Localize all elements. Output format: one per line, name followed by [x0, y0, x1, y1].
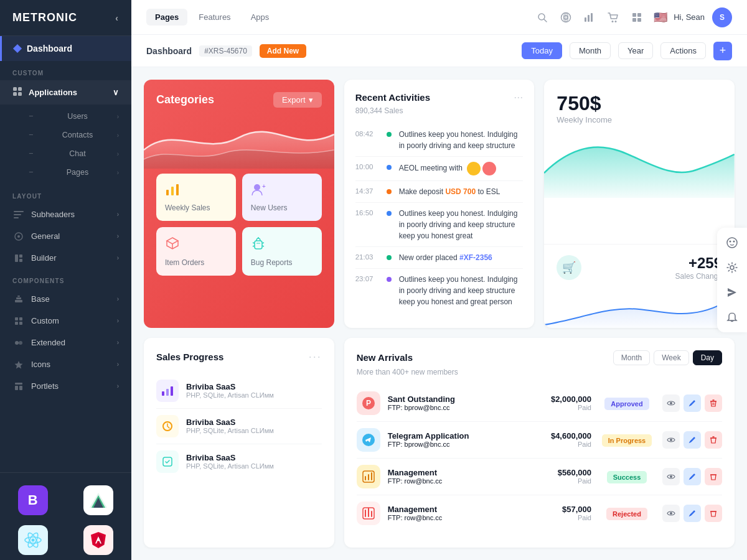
edit-action-1[interactable]: [684, 394, 701, 412]
add-widget-button[interactable]: +: [713, 42, 732, 60]
svg-marker-56: [167, 238, 178, 244]
progress-menu-icon[interactable]: ···: [309, 350, 322, 363]
angular-logo[interactable]: [66, 520, 132, 560]
item-orders-card[interactable]: Item Orders: [156, 227, 236, 276]
svg-rect-51: [166, 190, 169, 195]
sidebar-collapse-icon[interactable]: ‹: [115, 13, 119, 23]
edit-action-2[interactable]: [684, 431, 701, 449]
tab-apps[interactable]: Apps: [242, 9, 278, 26]
right-notification-icon[interactable]: [722, 307, 742, 327]
delete-action-3[interactable]: [705, 468, 722, 485]
grid-button[interactable]: [626, 7, 647, 28]
activity-dot-2: [387, 165, 392, 170]
bug-reports-card[interactable]: Bug Reports: [242, 227, 322, 276]
svg-rect-49: [632, 18, 636, 22]
sidebar-item-icons[interactable]: Icons ›: [0, 353, 131, 375]
portlets-icon: [12, 382, 25, 391]
view-action-3[interactable]: [662, 468, 680, 485]
arrival-paid-3: Paid: [535, 477, 591, 485]
search-button[interactable]: [532, 7, 553, 28]
delete-action-2[interactable]: [705, 431, 722, 449]
builder-chevron-icon: ›: [117, 254, 119, 261]
activities-menu-icon[interactable]: ···: [514, 91, 523, 104]
arrivals-week-tab[interactable]: Week: [654, 350, 688, 365]
view-action-4[interactable]: [662, 505, 680, 522]
bootstrap-logo[interactable]: B: [0, 480, 66, 520]
sidebar-item-contacts[interactable]: Contacts ›: [0, 126, 131, 144]
arrivals-month-tab[interactable]: Month: [613, 350, 650, 365]
edit-action-3[interactable]: [684, 468, 701, 485]
view-action-2[interactable]: [662, 431, 680, 449]
subcards-grid: Weekly Sales + New Users Item Orders: [156, 174, 322, 276]
svg-point-92: [730, 241, 731, 243]
sidebar-item-portlets[interactable]: Portlets ›: [0, 375, 131, 397]
bug-reports-icon: [251, 236, 313, 254]
svg-point-94: [730, 266, 734, 269]
year-button[interactable]: Year: [618, 42, 653, 59]
svg-rect-11: [19, 259, 22, 262]
new-arrivals-card: New Arrivals Month Week Day More than 40…: [344, 338, 735, 548]
svg-rect-24: [19, 386, 22, 390]
add-new-button[interactable]: Add New: [260, 44, 306, 58]
react-logo[interactable]: [0, 520, 66, 560]
activity-dot-3: [387, 189, 392, 194]
sidebar-item-subheaders[interactable]: Subheaders ›: [0, 203, 131, 225]
sidebar-item-users[interactable]: Users ›: [0, 107, 131, 126]
arrival-paid-2: Paid: [535, 441, 591, 448]
pages-chevron-icon: ›: [117, 169, 119, 176]
sidebar-item-pages[interactable]: Pages ›: [0, 163, 131, 182]
edit-action-4[interactable]: [684, 505, 701, 522]
sidebar-item-custom[interactable]: Custom ›: [0, 310, 131, 332]
new-users-card[interactable]: + New Users: [242, 174, 322, 221]
sidebar-item-base[interactable]: Base ›: [0, 288, 131, 310]
general-icon: [12, 232, 25, 241]
arrival-row-4: Management FTP: row@bnc.cc $57,000 Paid …: [357, 495, 722, 531]
actions-button[interactable]: Actions: [660, 42, 706, 59]
tab-pages[interactable]: Pages: [146, 9, 187, 26]
svg-point-45: [612, 21, 614, 22]
base-icon: [12, 295, 25, 304]
today-button[interactable]: Today: [522, 42, 562, 59]
applications-label: Applications: [29, 88, 77, 97]
chart-button[interactable]: [579, 7, 600, 28]
svg-line-37: [544, 19, 547, 22]
arrival-name-4: Management: [388, 505, 528, 514]
chat-chevron-icon: ›: [117, 151, 119, 157]
arrivals-day-tab[interactable]: Day: [693, 350, 722, 365]
right-settings-icon[interactable]: [722, 258, 742, 278]
arrivals-subtitle: More than 400+ new members: [357, 368, 722, 376]
sidebar-item-general[interactable]: General ›: [0, 225, 131, 247]
svg-line-73: [694, 401, 695, 401]
month-button[interactable]: Month: [570, 42, 611, 59]
cart-button[interactable]: [603, 7, 624, 28]
network-button[interactable]: [555, 7, 576, 28]
arrival-name-2: Telegram Application: [388, 431, 528, 441]
sales-change-icon: 🛒: [557, 255, 581, 280]
arrival-actions-3: [662, 468, 722, 485]
sidebar-item-builder[interactable]: Builder ›: [0, 247, 131, 269]
income-card: 750$ Weekly Income 🛒: [544, 80, 735, 328]
vue-logo[interactable]: [66, 480, 132, 520]
activity-time-3: 14:37: [355, 187, 379, 195]
users-chevron-icon: ›: [117, 113, 119, 120]
contacts-label: Contacts: [62, 131, 93, 139]
user-avatar[interactable]: S: [712, 7, 732, 27]
sidebar-item-applications[interactable]: Applications ∨: [0, 80, 131, 105]
tab-features[interactable]: Features: [190, 9, 239, 26]
right-send-icon[interactable]: [722, 282, 742, 302]
export-button[interactable]: Export ▾: [273, 92, 322, 108]
delete-action-1[interactable]: [705, 394, 722, 412]
categories-wave-chart: [144, 113, 334, 169]
view-action-1[interactable]: [662, 394, 680, 412]
sidebar-item-dashboard[interactable]: Dashboard: [0, 36, 131, 61]
arrival-amount-2: $4,600,000: [535, 431, 591, 441]
sidebar-item-chat[interactable]: Chat ›: [0, 144, 131, 163]
svg-line-62: [253, 246, 255, 246]
weekly-sales-card[interactable]: Weekly Sales: [156, 174, 236, 221]
sidebar-item-extended[interactable]: Extended ›: [0, 332, 131, 353]
arrival-paid-4: Paid: [535, 514, 591, 521]
activity-text-5: New order placed #XF-2356: [399, 252, 524, 263]
delete-action-4[interactable]: [705, 505, 722, 522]
chat-label: Chat: [69, 149, 85, 158]
right-palette-icon[interactable]: [722, 233, 742, 253]
